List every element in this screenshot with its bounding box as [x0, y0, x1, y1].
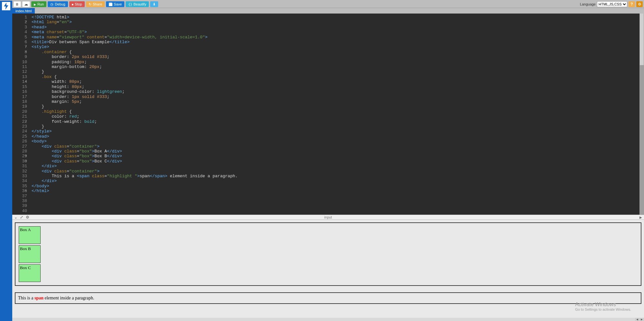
main-toolbar: Run Debug Stop Share Save Beautify Langu…: [12, 1, 644, 8]
stop-label: Stop: [75, 2, 82, 6]
line-number-gutter: 1234567891011121314151617181920212223242…: [12, 14, 29, 215]
help-icon: [630, 2, 633, 6]
preview-panel: Box A Box B Box C This is a span element…: [12, 220, 644, 318]
tab-bar: index.html: [12, 8, 644, 14]
save-icon: [109, 2, 112, 6]
code-body[interactable]: <!DOCTYPE html><html lang="en"><head><me…: [32, 14, 639, 215]
download-icon: [153, 2, 156, 6]
file-tab-label: index.html: [15, 9, 32, 13]
cloud-button[interactable]: [22, 1, 30, 7]
preview-box: Box C: [19, 264, 41, 282]
file-icon: [15, 2, 19, 6]
collapse-icon[interactable]: ⌄: [14, 215, 17, 219]
language-select[interactable]: HTML,JS,CSS: [597, 1, 627, 7]
save-button[interactable]: Save: [106, 1, 124, 7]
sidebar-column: [0, 1, 12, 321]
file-tab-index[interactable]: index.html: [12, 8, 35, 14]
code-editor[interactable]: 1234567891011121314151617181920212223242…: [12, 14, 644, 215]
scrollbar-thumb[interactable]: [640, 14, 644, 65]
language-label: Language: [580, 2, 596, 6]
preview-container-1: Box A Box B Box C: [15, 222, 641, 286]
panel-gear-icon[interactable]: ⚙: [26, 215, 29, 219]
horizontal-scrollbar[interactable]: ◄ ►: [12, 318, 644, 321]
help-button[interactable]: [629, 1, 635, 7]
braces-icon: [128, 2, 132, 6]
run-button[interactable]: Run: [31, 1, 46, 7]
play-icon: [34, 2, 36, 6]
stop-button[interactable]: Stop: [69, 1, 85, 7]
run-label: Run: [37, 2, 44, 6]
beautify-button[interactable]: Beautify: [126, 1, 149, 7]
download-button[interactable]: [150, 1, 158, 7]
preview-highlight-span: span: [34, 296, 43, 300]
app-logo[interactable]: [1, 1, 11, 11]
preview-text-pre: This is a: [18, 296, 34, 300]
share-icon: [89, 2, 91, 6]
gear-icon: [638, 2, 641, 6]
svg-marker-0: [4, 3, 8, 10]
preview-container-2: This is a span element inside a paragrap…: [15, 292, 641, 304]
preview-box: Box A: [19, 226, 41, 244]
preview-box: Box B: [19, 245, 41, 263]
settings-button[interactable]: [636, 1, 643, 7]
debug-label: Debug: [55, 2, 65, 6]
stop-icon: [72, 2, 73, 6]
share-label: Share: [93, 2, 102, 6]
beautify-label: Beautify: [133, 2, 146, 6]
new-file-button[interactable]: [14, 1, 21, 7]
preview-text-post: element inside a paragraph.: [43, 296, 94, 300]
panel-title: input: [324, 215, 332, 219]
panel-arrow-icon[interactable]: ▶: [639, 216, 642, 219]
lightning-icon: [3, 3, 9, 10]
save-label: Save: [114, 2, 122, 6]
scroll-left-icon[interactable]: ◄: [635, 318, 639, 321]
cloud-icon: [24, 2, 28, 6]
share-button[interactable]: Share: [86, 1, 105, 7]
expand-icon[interactable]: ⤢: [20, 215, 23, 219]
panel-divider[interactable]: ⌄ ⤢ ⚙ input ▶: [12, 215, 644, 220]
editor-scrollbar[interactable]: [639, 14, 644, 215]
scroll-right-icon[interactable]: ►: [639, 318, 644, 321]
clock-icon: [50, 2, 53, 6]
debug-button[interactable]: Debug: [48, 1, 68, 7]
